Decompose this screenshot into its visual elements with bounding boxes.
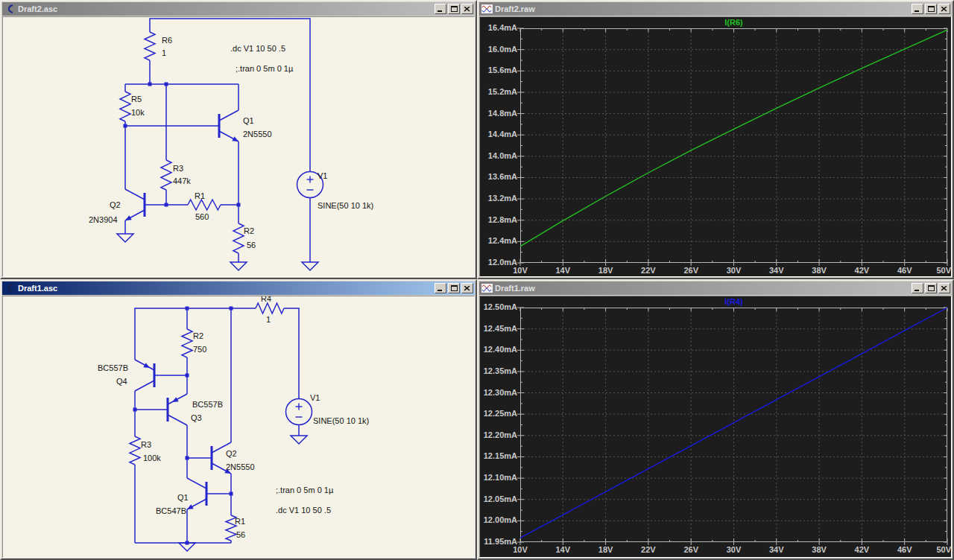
y-axis-label: 12.05mA [479, 494, 517, 504]
label-r1: R1 [195, 191, 205, 201]
window-draft2-raw: Draft2.raw 16.4mA16.0mA15.6mA15.2mA14.8m… [477, 0, 954, 279]
maximize-button[interactable] [448, 4, 460, 14]
label-q1: Q1 [177, 493, 189, 503]
minimize-button[interactable] [912, 4, 923, 14]
value-v1: SINE(50 10 1k) [313, 416, 369, 426]
window-draft1-asc: Draft1.asc R4 1 R2 750 BC557B Q4 BC557B … [0, 279, 477, 560]
waveform-pane-draft1[interactable]: 12.50mA12.45mA12.40mA12.35mA12.30mA12.25… [479, 296, 952, 558]
label-q2: Q2 [226, 449, 237, 459]
x-axis-label: 38V [804, 266, 834, 276]
directive-tran: ;.tran 0 5m 0 1µ [236, 64, 293, 74]
y-axis-label: 13.2mA [479, 194, 517, 203]
value-q2: 2N5550 [226, 462, 255, 472]
value-r4: 1 [266, 315, 271, 325]
y-axis-label: 12.10mA [479, 473, 517, 483]
label-r5: R5 [131, 95, 142, 104]
y-axis-label: 12.15mA [479, 451, 517, 461]
y-axis-label: 12.00mA [479, 515, 517, 525]
x-axis-label: 14V [548, 266, 578, 276]
y-axis-label: 12.45mA [479, 324, 517, 334]
window-draft2-asc: Draft2.asc R6 1 .dc V1 10 50 .5 ;.tran 0… [0, 0, 477, 279]
value-v1: SINE(50 10 1k) [318, 201, 373, 211]
x-axis-label: 34V [762, 545, 792, 555]
y-axis-label: 12.4mA [479, 236, 517, 246]
maximize-button[interactable] [925, 4, 937, 14]
y-axis-label: 15.2mA [479, 87, 517, 97]
value-r2: 750 [193, 345, 206, 354]
directive-tran: ;.tran 0 5m 0 1µ [276, 486, 333, 495]
x-axis-label: 42V [847, 266, 876, 276]
y-axis-label: 12.8mA [479, 215, 517, 225]
value-r2: 56 [247, 241, 256, 250]
label-q4: Q4 [116, 377, 127, 386]
x-axis-label: 42V [847, 545, 876, 555]
titlebar-draft2-raw[interactable]: Draft2.raw [479, 2, 952, 16]
value-q1: BC547B [156, 506, 186, 516]
x-axis-label: 10V [505, 266, 535, 276]
close-button[interactable] [938, 283, 950, 293]
x-axis-label: 26V [676, 545, 706, 555]
value-q4: BC557B [98, 363, 128, 373]
trace-label: I(R4) [697, 297, 771, 307]
x-axis-label: 22V [634, 266, 663, 276]
maximize-button[interactable] [448, 283, 460, 293]
label-r3: R3 [173, 164, 183, 174]
value-r1: 560 [195, 212, 209, 222]
value-q2: 2N3904 [89, 215, 118, 225]
titlebar-draft2-asc[interactable]: Draft2.asc [2, 2, 475, 16]
schematic-svg [3, 17, 475, 277]
waveform-icon [481, 283, 493, 293]
trace-label: I(R6) [697, 18, 771, 28]
ltspice-icon [4, 283, 16, 293]
label-q1: Q1 [243, 116, 254, 126]
minimize-button[interactable] [435, 283, 446, 293]
x-axis-label: 46V [890, 266, 920, 276]
x-axis-label: 30V [719, 545, 749, 555]
y-axis-label: 13.6mA [479, 172, 517, 182]
label-r2: R2 [244, 226, 254, 236]
titlebar-draft1-raw[interactable]: Draft1.raw [479, 281, 952, 295]
x-axis-label: 30V [719, 266, 749, 276]
y-axis-label: 14.8mA [479, 109, 517, 118]
x-axis-label: 50V [932, 266, 951, 276]
x-axis-label: 18V [591, 545, 621, 555]
close-button[interactable] [461, 283, 473, 293]
x-axis-label: 34V [762, 266, 792, 276]
y-axis-label: 16.4mA [479, 23, 517, 33]
x-axis-label: 14V [548, 545, 578, 555]
x-axis-label: 10V [505, 545, 535, 555]
value-r3: 100k [143, 454, 161, 463]
x-axis-label: 22V [634, 545, 663, 555]
window-draft1-raw: Draft1.raw 12.50mA12.45mA12.40mA12.35mA1… [477, 279, 954, 560]
y-axis-label: 12.25mA [479, 409, 517, 419]
window-title: Draft2.asc [18, 4, 432, 13]
y-axis-label: 12.20mA [479, 430, 517, 440]
x-axis-label: 50V [932, 545, 951, 555]
y-axis-label: 15.6mA [479, 66, 517, 75]
schematic-canvas-draft2[interactable]: R6 1 .dc V1 10 50 .5 ;.tran 0 5m 0 1µ R5… [2, 16, 475, 277]
x-axis-label: 18V [591, 266, 621, 276]
minimize-button[interactable] [912, 283, 923, 293]
close-button[interactable] [938, 4, 950, 14]
label-q2: Q2 [110, 200, 121, 210]
waveform-pane-draft2[interactable]: 16.4mA16.0mA15.6mA15.2mA14.8mA14.4mA14.0… [479, 16, 952, 277]
label-r6: R6 [162, 36, 172, 45]
y-axis-label: 14.4mA [479, 130, 517, 139]
y-axis-label: 12.30mA [479, 388, 517, 398]
window-title: Draft1.asc [18, 284, 432, 293]
plot-svg [480, 296, 952, 558]
minimize-button[interactable] [435, 4, 446, 14]
value-r1: 56 [236, 530, 245, 540]
titlebar-draft1-asc[interactable]: Draft1.asc [2, 281, 475, 295]
window-title: Draft2.raw [495, 4, 909, 13]
value-r6: 1 [162, 48, 166, 58]
x-axis-label: 38V [804, 545, 834, 555]
ltspice-icon [4, 4, 16, 14]
schematic-canvas-draft1[interactable]: R4 1 R2 750 BC557B Q4 BC557B Q3 R3 100k … [2, 296, 475, 558]
label-q3: Q3 [191, 413, 202, 423]
label-v1: V1 [310, 393, 320, 403]
value-r5: 10k [131, 108, 145, 118]
close-button[interactable] [461, 4, 473, 14]
plot-svg [480, 17, 952, 277]
maximize-button[interactable] [925, 283, 937, 293]
